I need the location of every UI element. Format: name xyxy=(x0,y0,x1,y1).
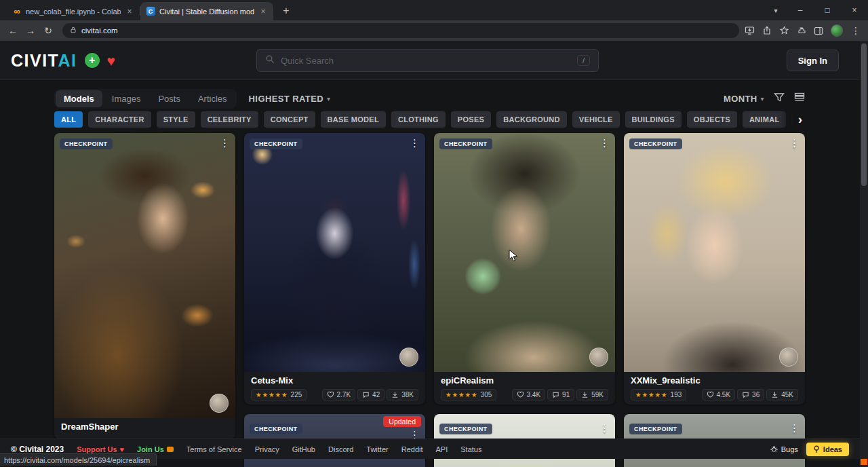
sign-in-button[interactable]: Sign In xyxy=(787,50,839,71)
downloads-count: 45K xyxy=(781,391,793,398)
likes-count: 4.5K xyxy=(717,391,731,398)
search-input[interactable]: Quick Search / xyxy=(256,49,599,72)
minimize-button[interactable]: – xyxy=(787,0,814,20)
chip-buildings[interactable]: BUILDINGS xyxy=(625,111,682,128)
star-rating: ★★★★★ xyxy=(635,391,668,398)
tab-articles[interactable]: Articles xyxy=(190,90,235,107)
tab-models[interactable]: Models xyxy=(56,90,102,107)
share-icon[interactable] xyxy=(762,26,772,35)
create-button[interactable]: + xyxy=(85,53,100,68)
chip-style[interactable]: STYLE xyxy=(157,111,195,128)
bookmark-star-icon[interactable] xyxy=(779,26,789,35)
tab-search-icon[interactable]: ▾ xyxy=(765,0,787,20)
tab-civitai[interactable]: C Civitai | Stable Diffusion models, × xyxy=(140,2,273,20)
creator-avatar[interactable] xyxy=(399,348,418,367)
civitai-logo[interactable]: CIVITAI xyxy=(11,51,77,71)
chip-objects[interactable]: OBJECTS xyxy=(687,111,737,128)
sort-dropdown[interactable]: HIGHEST RATED▾ xyxy=(249,94,331,104)
scrollbar-thumb[interactable] xyxy=(861,43,867,186)
card-menu-icon[interactable]: ⋮ xyxy=(789,137,800,149)
checkpoint-badge[interactable]: CHECKPOINT xyxy=(629,424,682,434)
model-card-xxmix9realistic[interactable]: CHECKPOINT ⋮ XXMix_9realistic ★★★★★ 193 xyxy=(624,133,805,405)
checkpoint-badge[interactable]: CHECKPOINT xyxy=(250,138,302,149)
checkpoint-badge[interactable]: CHECKPOINT xyxy=(439,424,492,434)
maximize-button[interactable]: □ xyxy=(814,0,841,20)
browser-window: ∞ new_colab_file.ipynb - Colaborat × C C… xyxy=(0,0,868,467)
tab-posts[interactable]: Posts xyxy=(150,90,189,107)
checkpoint-badge[interactable]: CHECKPOINT xyxy=(60,138,113,149)
downloads-pill: 45K xyxy=(766,389,798,400)
card-menu-icon[interactable]: ⋮ xyxy=(599,137,610,149)
checkpoint-badge[interactable]: CHECKPOINT xyxy=(250,424,302,434)
tab-close-icon[interactable]: × xyxy=(258,7,268,16)
side-panel-icon[interactable] xyxy=(814,26,823,35)
chevron-down-icon: ▾ xyxy=(761,95,764,102)
chip-poses[interactable]: POSES xyxy=(451,111,491,128)
favorites-heart-icon[interactable]: ♥ xyxy=(107,54,115,68)
checkpoint-badge[interactable]: CHECKPOINT xyxy=(439,138,492,149)
window-controls: ▾ – □ × xyxy=(765,0,868,20)
footer-link-reddit[interactable]: Reddit xyxy=(401,445,423,453)
ideas-button[interactable]: Ideas xyxy=(806,443,849,456)
footer-link-discord[interactable]: Discord xyxy=(328,445,353,453)
tab-colab[interactable]: ∞ new_colab_file.ipynb - Colaborat × xyxy=(7,2,140,20)
model-title: XXMix_9realistic xyxy=(631,375,798,386)
chip-concept[interactable]: CONCEPT xyxy=(264,111,315,128)
comments-pill: 42 xyxy=(357,389,384,400)
footer-link-privacy[interactable]: Privacy xyxy=(255,445,279,453)
comments-count: 36 xyxy=(752,391,760,398)
model-card-epicrealism[interactable]: CHECKPOINT ⋮ epiCRealism ★★★★★ 305 xyxy=(434,133,615,405)
checkpoint-badge[interactable]: CHECKPOINT xyxy=(629,138,682,149)
period-dropdown[interactable]: MONTH▾ xyxy=(724,94,764,104)
card-menu-icon[interactable]: ⋮ xyxy=(410,137,420,149)
footer-link-join-us[interactable]: Join Us xyxy=(137,445,174,453)
comments-pill: 36 xyxy=(737,389,764,400)
footer-link-api[interactable]: API xyxy=(436,445,448,453)
filter-icon[interactable] xyxy=(774,92,785,105)
chip-character[interactable]: CHARACTER xyxy=(88,111,151,128)
comments-count: 91 xyxy=(562,391,570,398)
creator-avatar[interactable] xyxy=(210,394,229,413)
creator-avatar[interactable] xyxy=(589,348,608,367)
footer-link-status[interactable]: Status xyxy=(460,445,481,453)
card-menu-icon[interactable]: ⋮ xyxy=(220,137,230,149)
copyright-text: © Civitai 2023 xyxy=(11,445,64,454)
tab-images[interactable]: Images xyxy=(104,90,149,107)
card-menu-icon[interactable]: ⋮ xyxy=(599,422,610,434)
chip-clothing[interactable]: CLOTHING xyxy=(391,111,446,128)
browser-menu-icon[interactable]: ⋮ xyxy=(850,25,861,36)
footer-link-terms[interactable]: Terms of Service xyxy=(186,445,242,453)
address-bar[interactable]: civitai.com xyxy=(62,23,739,38)
card-menu-icon[interactable]: ⋮ xyxy=(789,422,800,434)
footer-link-support-us[interactable]: Support Us♥ xyxy=(77,445,124,453)
bugs-button[interactable]: Bugs xyxy=(770,445,798,453)
model-card-cetus-mix[interactable]: CHECKPOINT ⋮ Cetus-Mix ★★★★★ 225 xyxy=(244,133,425,405)
card-layout-icon[interactable] xyxy=(794,92,805,105)
chip-celebrity[interactable]: CELEBRITY xyxy=(201,111,258,128)
chip-base-model[interactable]: BASE MODEL xyxy=(321,111,386,128)
extensions-icon[interactable] xyxy=(797,26,806,35)
chip-background[interactable]: BACKGROUND xyxy=(496,111,567,128)
chips-scroll-right-icon[interactable]: › xyxy=(780,111,805,128)
footer-link-github[interactable]: GitHub xyxy=(292,445,315,453)
model-card-dreamshaper[interactable]: CHECKPOINT ⋮ DreamShaper xyxy=(54,133,235,439)
comment-icon xyxy=(742,391,749,398)
profile-avatar[interactable] xyxy=(831,24,843,37)
tab-close-icon[interactable]: × xyxy=(125,7,134,16)
chip-vehicle[interactable]: VEHICLE xyxy=(572,111,620,128)
downloads-pill: 38K xyxy=(387,389,418,400)
download-icon xyxy=(581,391,589,398)
creator-avatar[interactable] xyxy=(779,348,798,367)
new-tab-button[interactable]: + xyxy=(277,2,295,20)
rating-pill: ★★★★★ 193 xyxy=(631,389,686,400)
chip-all[interactable]: ALL xyxy=(54,111,83,128)
colab-icon: ∞ xyxy=(12,7,22,16)
forward-button[interactable]: → xyxy=(22,22,39,39)
install-app-icon[interactable] xyxy=(745,26,755,35)
vertical-scrollbar[interactable] xyxy=(860,41,868,467)
reload-button[interactable]: ↻ xyxy=(39,22,57,39)
back-button[interactable]: ← xyxy=(4,22,22,39)
comment-icon xyxy=(552,391,559,398)
footer-link-twitter[interactable]: Twitter xyxy=(366,445,388,453)
close-window-button[interactable]: × xyxy=(841,0,868,20)
